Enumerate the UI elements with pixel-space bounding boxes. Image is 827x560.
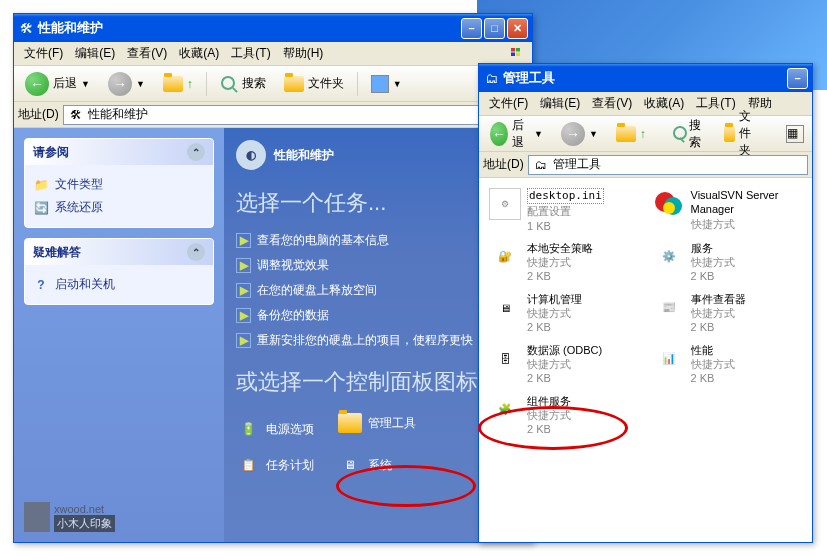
sidebar: 请参阅⌃ 📁文件类型 🔄系统还原 疑难解答⌃ ?启动和关机 xwood.net小… (14, 128, 224, 542)
troubleshoot-box: 疑难解答⌃ ?启动和关机 (24, 238, 214, 305)
address-bar: 地址(D) 🛠 性能和维护 (14, 102, 532, 128)
arrow-icon: ▶ (236, 283, 251, 298)
forward-button[interactable]: →▼ (554, 119, 605, 149)
address-input[interactable]: 🗂 管理工具 (528, 155, 808, 175)
sidebar-item-filetypes[interactable]: 📁文件类型 (33, 173, 205, 196)
cp-admin-tools[interactable]: 管理工具 (338, 411, 416, 435)
box-title: 疑难解答 (33, 244, 81, 261)
menu-fav[interactable]: 收藏(A) (638, 93, 690, 114)
sidebar-item-startup[interactable]: ?启动和关机 (33, 273, 205, 296)
views-icon (371, 75, 389, 93)
task-icon: 📋 (236, 453, 260, 477)
address-bar: 地址(D) 🗂 管理工具 (479, 152, 812, 178)
minimize-button[interactable]: – (461, 18, 482, 39)
compmgmt-icon: 🖥 (489, 292, 521, 324)
perf-icon: 📊 (653, 343, 685, 375)
arrow-icon: ▶ (236, 333, 251, 348)
svn-icon (653, 188, 685, 220)
titlebar[interactable]: 🗂 管理工具 – (479, 64, 812, 92)
menu-edit[interactable]: 编辑(E) (69, 43, 121, 64)
watermark: xwood.net小木人印象 (24, 502, 214, 532)
address-input[interactable]: 🛠 性能和维护 (63, 105, 528, 125)
highlight-circle-odbc (478, 406, 628, 450)
file-services[interactable]: ⚙️服务快捷方式2 KB (651, 239, 805, 286)
menubar: 文件(F) 编辑(E) 查看(V) 收藏(A) 工具(T) 帮助(H) (14, 42, 532, 66)
up-button[interactable]: ↑ (156, 73, 200, 95)
address-label: 地址(D) (18, 106, 59, 123)
folders-button[interactable]: 文件夹 (277, 72, 351, 95)
security-icon: 🔐 (489, 241, 521, 273)
window-icon: 🗂 (483, 70, 499, 86)
ini-icon: ⚙ (489, 188, 521, 220)
odbc-icon: 🗄 (489, 343, 521, 375)
folder-icon: 📁 (33, 177, 49, 193)
search-button[interactable]: 搜索 (213, 72, 273, 96)
views-button[interactable]: ▼ (364, 72, 409, 96)
file-visualsvn[interactable]: VisualSVN Server Manager快捷方式 (651, 186, 805, 235)
forward-button[interactable]: →▼ (101, 69, 152, 99)
menu-file[interactable]: 文件(F) (18, 43, 69, 64)
toolbar: ←后退▼ →▼ ↑ 搜索 文件夹 ▦ (479, 116, 812, 152)
folders-icon (724, 126, 735, 142)
file-desktop-ini[interactable]: ⚙desktop.ini配置设置1 KB (487, 186, 641, 235)
box-title: 请参阅 (33, 144, 69, 161)
menu-file[interactable]: 文件(F) (483, 93, 534, 114)
arrow-icon: ▶ (236, 233, 251, 248)
event-icon: 📰 (653, 292, 685, 324)
file-event-viewer[interactable]: 📰事件查看器快捷方式2 KB (651, 290, 805, 337)
see-also-box: 请参阅⌃ 📁文件类型 🔄系统还原 (24, 138, 214, 228)
menu-tools[interactable]: 工具(T) (225, 43, 276, 64)
sidebar-item-restore[interactable]: 🔄系统还原 (33, 196, 205, 219)
folders-icon (284, 76, 304, 92)
admin-tools-window: 🗂 管理工具 – 文件(F) 编辑(E) 查看(V) 收藏(A) 工具(T) 帮… (478, 63, 813, 543)
file-area: ⚙desktop.ini配置设置1 KB VisualSVN Server Ma… (479, 178, 812, 542)
menu-edit[interactable]: 编辑(E) (534, 93, 586, 114)
arrow-icon: ▶ (236, 308, 251, 323)
power-icon: 🔋 (236, 417, 260, 441)
search-icon (220, 75, 238, 93)
svg-point-6 (663, 202, 675, 214)
titlebar[interactable]: 🛠 性能和维护 – □ ✕ (14, 14, 532, 42)
collapse-icon[interactable]: ⌃ (187, 143, 205, 161)
cp-scheduled-tasks[interactable]: 📋任务计划 (236, 453, 314, 477)
windows-flag-icon[interactable] (504, 44, 528, 64)
file-computer-mgmt[interactable]: 🖥计算机管理快捷方式2 KB (487, 290, 641, 337)
address-value: 性能和维护 (88, 106, 148, 123)
address-label: 地址(D) (483, 156, 524, 173)
svg-rect-1 (516, 48, 520, 52)
folders-button[interactable]: 文件夹 (717, 105, 767, 162)
svg-rect-2 (511, 52, 515, 56)
maximize-button[interactable]: □ (484, 18, 505, 39)
menu-view[interactable]: 查看(V) (586, 93, 638, 114)
svg-rect-0 (511, 48, 515, 52)
address-value: 管理工具 (553, 156, 601, 173)
address-icon: 🛠 (68, 107, 84, 123)
search-button[interactable]: 搜索 (665, 114, 713, 154)
back-button[interactable]: ←后退▼ (18, 69, 97, 99)
up-button[interactable]: ↑ (609, 123, 653, 145)
gauge-icon: ◐ (236, 140, 266, 170)
file-odbc[interactable]: 🗄数据源 (ODBC)快捷方式2 KB (487, 341, 641, 388)
services-icon: ⚙️ (653, 241, 685, 273)
up-folder-icon (163, 76, 183, 92)
menu-help[interactable]: 帮助(H) (277, 43, 330, 64)
admin-tools-icon (338, 411, 362, 435)
back-button[interactable]: ←后退▼ (483, 114, 550, 154)
window-icon: 🛠 (18, 20, 34, 36)
window-title: 管理工具 (503, 69, 787, 87)
performance-maintenance-window: 🛠 性能和维护 – □ ✕ 文件(F) 编辑(E) 查看(V) 收藏(A) 工具… (13, 13, 533, 543)
svg-rect-3 (516, 52, 520, 56)
file-local-security[interactable]: 🔐本地安全策略快捷方式2 KB (487, 239, 641, 286)
menu-fav[interactable]: 收藏(A) (173, 43, 225, 64)
menu-view[interactable]: 查看(V) (121, 43, 173, 64)
close-button[interactable]: ✕ (507, 18, 528, 39)
search-icon (672, 125, 685, 143)
toolbar: ←后退▼ →▼ ↑ 搜索 文件夹 ▼ (14, 66, 532, 102)
file-performance[interactable]: 📊性能快捷方式2 KB (651, 341, 805, 388)
views-button[interactable]: ▦ (779, 122, 811, 146)
help-icon: ? (33, 277, 49, 293)
up-folder-icon (616, 126, 636, 142)
minimize-button[interactable]: – (787, 68, 808, 89)
cp-power-options[interactable]: 🔋电源选项 (236, 417, 314, 441)
collapse-icon[interactable]: ⌃ (187, 243, 205, 261)
